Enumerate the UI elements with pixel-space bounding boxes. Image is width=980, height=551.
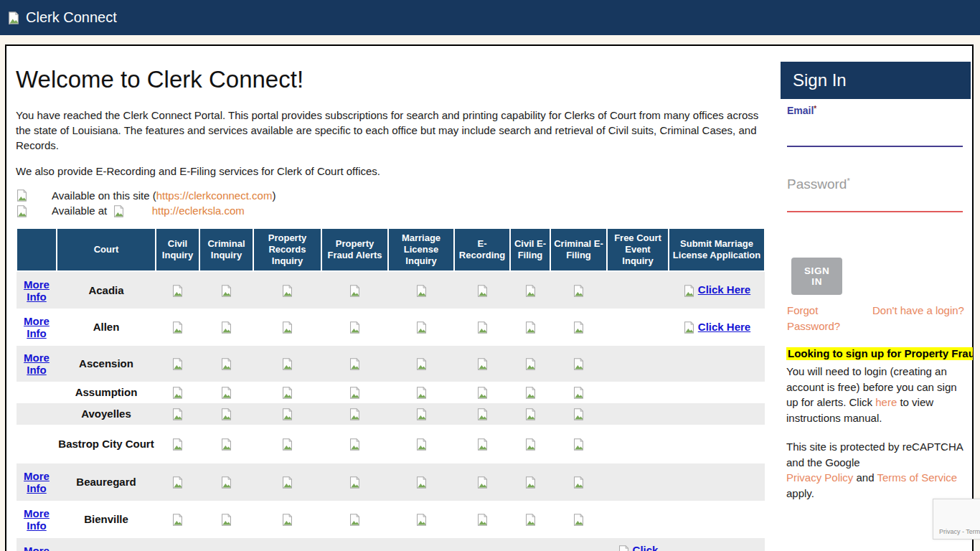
table-row: More Info Click Here: [17, 538, 765, 551]
court-name: Acadia: [57, 271, 156, 309]
property-records-inquiry-cell: [253, 425, 321, 463]
more-info-cell: More Info: [17, 271, 57, 309]
broken-image-icon: [171, 408, 184, 420]
civil-inquiry-cell: [156, 463, 199, 501]
criminal-inquiry-cell: [199, 309, 253, 346]
column-header: [17, 228, 57, 271]
clerkconnect-link[interactable]: https://clerkconnect.com: [156, 189, 273, 202]
marriage-license-inquiry-cell: [388, 425, 454, 463]
marriage-license-inquiry-cell: [388, 501, 454, 538]
more-info-cell: More Info: [17, 538, 57, 551]
sign-in-button[interactable]: SIGN IN: [791, 258, 842, 295]
submit-marriage-cell: [669, 538, 765, 551]
e-recording-cell: [454, 271, 510, 309]
more-info-link[interactable]: More Info: [24, 507, 50, 532]
recaptcha-badge-links[interactable]: Privacy - Terms: [939, 528, 980, 535]
eclerksla-link[interactable]: http://eclerksla.com: [152, 204, 245, 217]
broken-image-icon: [573, 438, 585, 451]
property-records-inquiry-cell: [253, 403, 321, 425]
table-row: More Info Acadia Click Here: [17, 271, 765, 309]
criminal-inquiry-cell: [199, 501, 253, 538]
click-here-link[interactable]: Click Here: [698, 283, 750, 296]
terms-of-service-link[interactable]: Terms of Service: [877, 471, 957, 484]
table-row: More Info Ascension: [17, 346, 765, 382]
more-info-link[interactable]: More Info: [24, 470, 50, 494]
column-header: Submit Marriage License Application: [669, 228, 765, 271]
free-court-event-cell: [607, 382, 669, 403]
marriage-license-inquiry-cell: [388, 403, 454, 425]
services-paragraph: We also provide E-Recording and E-Filing…: [16, 164, 765, 179]
instructions-here-link[interactable]: here: [875, 396, 897, 408]
submit-marriage-cell: [669, 501, 765, 538]
criminal-inquiry-cell: [199, 463, 253, 501]
availability-text: Available at http://eclerksla.com: [52, 204, 245, 218]
broken-image-icon: [415, 285, 428, 297]
column-header: Property Records Inquiry: [253, 228, 321, 271]
broken-image-icon: [220, 476, 232, 489]
broken-image-icon: [349, 321, 361, 334]
broken-image-icon: [415, 321, 428, 334]
submit-marriage-cell: Click Here: [669, 271, 765, 309]
availability-item-eclerksla: Available at http://eclerksla.com: [16, 203, 765, 219]
courts-table: CourtCivil InquiryCriminal InquiryProper…: [16, 227, 765, 551]
click-here-link[interactable]: Click Here: [626, 544, 658, 551]
property-records-inquiry-cell: [253, 501, 321, 538]
more-info-link[interactable]: More Info: [24, 278, 50, 303]
property-records-inquiry-cell: [253, 382, 321, 403]
fraud-banner-wrap: Looking to sign up for Property Fraud: [786, 347, 973, 360]
property-records-inquiry-cell: [253, 309, 321, 346]
civil-e-filing-cell: [510, 346, 550, 382]
fraud-instructions: You will need to login (creating an acco…: [786, 364, 967, 425]
intro-paragraph: You have reached the Clerk Connect Porta…: [16, 108, 762, 153]
broken-image-icon: [573, 387, 585, 399]
free-court-event-cell: [607, 309, 669, 346]
privacy-policy-link[interactable]: Privacy Policy: [786, 471, 853, 484]
more-info-link[interactable]: More Info: [24, 545, 50, 551]
broken-image-icon: [524, 476, 537, 489]
property-fraud-alerts-cell: [321, 425, 388, 463]
court-name: Bastrop City Court: [57, 425, 156, 463]
more-info-cell: [17, 382, 57, 403]
broken-image-icon: [171, 358, 184, 370]
criminal-e-filing-cell: [550, 501, 607, 538]
main-content: Welcome to Clerk Connect! You have reach…: [16, 46, 765, 551]
page-title: Welcome to Clerk Connect!: [16, 66, 765, 93]
broken-image-icon: [281, 358, 293, 370]
signup-link[interactable]: Don't have a login?: [872, 303, 964, 319]
e-recording-cell: [454, 382, 510, 403]
e-recording-cell: [454, 309, 510, 346]
broken-image-icon: [281, 285, 293, 297]
availability-text: Available on this site (https://clerkcon…: [52, 189, 275, 202]
column-header: Court: [57, 228, 156, 271]
broken-image-icon: [415, 514, 428, 526]
click-here-link[interactable]: Click Here: [698, 321, 750, 333]
more-info-link[interactable]: More Info: [24, 315, 50, 339]
broken-image-icon: [573, 285, 585, 297]
auth-links: Forgot Password? Don't have a login?: [787, 303, 966, 334]
submit-marriage-cell: Click Here: [669, 309, 765, 346]
criminal-e-filing-cell: [550, 425, 607, 463]
courts-table-header: CourtCivil InquiryCriminal InquiryProper…: [17, 228, 765, 271]
broken-image-icon: [349, 285, 361, 297]
column-header: Property Fraud Alerts: [321, 228, 388, 271]
more-info-link[interactable]: More Info: [24, 352, 50, 376]
e-recording-cell: [454, 425, 510, 463]
broken-image-icon: [573, 476, 585, 489]
broken-image-icon: [573, 321, 585, 334]
recaptcha-badge[interactable]: Privacy - Terms: [933, 499, 980, 540]
email-field[interactable]: [787, 126, 963, 147]
password-field[interactable]: [787, 191, 963, 212]
civil-inquiry-cell: [156, 271, 199, 309]
broken-image-icon: [618, 545, 630, 551]
more-info-cell: More Info: [17, 309, 57, 346]
required-marker: *: [847, 176, 849, 185]
broken-image-icon: [524, 285, 537, 297]
broken-image-icon: [281, 408, 293, 420]
column-header: Marriage License Inquiry: [388, 228, 454, 271]
free-court-event-cell: [607, 463, 669, 501]
broken-image-icon: [349, 408, 361, 420]
property-records-inquiry-cell: [253, 463, 321, 501]
criminal-inquiry-cell: [199, 346, 253, 382]
forgot-password-link[interactable]: Forgot Password?: [787, 303, 872, 334]
broken-image-icon: [171, 514, 184, 526]
